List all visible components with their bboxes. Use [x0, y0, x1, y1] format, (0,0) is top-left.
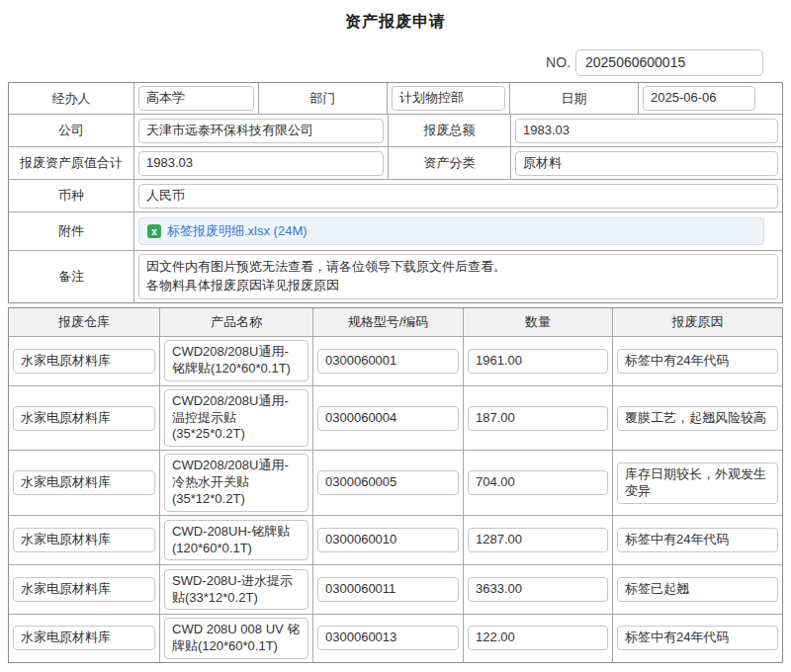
- reason-cell: 标签中有24年代码: [612, 337, 782, 385]
- spec-code-input[interactable]: 0300060010: [317, 528, 459, 552]
- product-cell: CWD208/208U通用-冷热水开关贴(35*12*0.2T): [159, 451, 312, 515]
- reason-input[interactable]: 标签中有24年代码: [617, 626, 778, 650]
- table-row: 水家电原材料库 CWD-208UH-铭牌贴(120*60*0.1T) 03000…: [9, 515, 782, 564]
- warehouse-input[interactable]: 水家电原材料库: [13, 626, 155, 650]
- reason-input[interactable]: 标签中有24年代码: [617, 349, 778, 374]
- detail-header-row: 报废仓库 产品名称 规格型号/编码 数量 报废原因: [9, 308, 782, 336]
- spec-code-cell: 0300060005: [312, 451, 463, 515]
- table-row: 报废资产原值合计 1983.03 资产分类 原材料: [9, 146, 782, 179]
- quantity-input[interactable]: 3633.00: [468, 577, 608, 602]
- currency-cell: 人民币: [133, 180, 782, 211]
- remark-label: 备注: [9, 251, 133, 302]
- currency-input[interactable]: 人民币: [138, 184, 778, 209]
- company-label: 公司: [9, 115, 133, 146]
- reason-cell: 标签中有24年代码: [612, 615, 782, 662]
- asset-scrap-application-page: 资产报废申请 NO. 2025060600015 经办人 高本学 部门 计划物控…: [0, 0, 791, 672]
- table-row: 备注 因文件内有图片预览无法查看，请各位领导下载原文件后查看。 各物料具体报废原…: [9, 250, 782, 302]
- table-row: 水家电原材料库 SWD-208U-进水提示贴(33*12*0.2T) 03000…: [9, 564, 782, 614]
- quantity-input[interactable]: 122.00: [468, 626, 608, 650]
- header-reason: 报废原因: [612, 308, 782, 336]
- reason-cell: 库存日期较长，外观发生变异: [612, 451, 782, 515]
- product-input[interactable]: CWD208/208U通用-冷热水开关贴(35*12*0.2T): [164, 454, 308, 512]
- header-product: 产品名称: [159, 308, 312, 336]
- spec-code-input[interactable]: 0300060011: [317, 577, 459, 602]
- quantity-cell: 1287.00: [463, 516, 612, 564]
- date-label: 日期: [509, 83, 638, 114]
- product-cell: CWD 208U 008 UV 铭牌贴(120*60*0.1T): [159, 615, 312, 662]
- original-value-input[interactable]: 1983.03: [138, 151, 384, 176]
- reason-cell: 覆膜工艺，起翘风险较高: [612, 386, 782, 451]
- company-cell: 天津市远泰环保科技有限公司: [133, 115, 388, 146]
- product-input[interactable]: CWD 208U 008 UV 铭牌贴(120*60*0.1T): [164, 618, 308, 659]
- product-input[interactable]: CWD208/208U通用-温控提示贴(35*25*0.2T): [164, 389, 308, 448]
- table-row: 水家电原材料库 CWD208/208U通用-冷热水开关贴(35*12*0.2T)…: [9, 450, 782, 515]
- product-cell: CWD-208UH-铭牌贴(120*60*0.1T): [159, 516, 312, 564]
- warehouse-input[interactable]: 水家电原材料库: [13, 470, 155, 495]
- quantity-input[interactable]: 1961.00: [468, 349, 608, 374]
- quantity-cell: 1961.00: [463, 337, 612, 385]
- warehouse-cell: 水家电原材料库: [9, 615, 159, 662]
- department-label: 部门: [258, 83, 387, 114]
- scrap-total-input[interactable]: 1983.03: [515, 119, 778, 143]
- asset-category-input[interactable]: 原材料: [515, 151, 778, 176]
- spec-code-input[interactable]: 0300060004: [317, 406, 459, 431]
- spec-code-input[interactable]: 0300060005: [317, 470, 459, 495]
- quantity-cell: 704.00: [463, 451, 612, 515]
- header-quantity: 数量: [463, 308, 612, 336]
- company-input[interactable]: 天津市远泰环保科技有限公司: [138, 119, 384, 143]
- excel-file-icon: x: [147, 224, 161, 238]
- product-cell: CWD208/208U通用-铭牌贴(120*60*0.1T): [159, 337, 312, 385]
- date-input[interactable]: 2025-06-06: [643, 86, 755, 111]
- warehouse-input[interactable]: 水家电原材料库: [13, 577, 155, 602]
- operator-label: 经办人: [9, 83, 133, 114]
- attachment-cell: x 标签报废明细.xlsx (24M): [133, 212, 782, 250]
- product-input[interactable]: SWD-208U-进水提示贴(33*12*0.2T): [164, 569, 308, 611]
- spec-code-input[interactable]: 0300060001: [317, 349, 459, 374]
- quantity-input[interactable]: 187.00: [468, 406, 608, 431]
- quantity-input[interactable]: 704.00: [468, 470, 608, 495]
- document-number-label: NO.: [546, 54, 571, 70]
- warehouse-input[interactable]: 水家电原材料库: [13, 349, 155, 374]
- scrap-detail-table: 报废仓库 产品名称 规格型号/编码 数量 报废原因 水家电原材料库 CWD208…: [8, 307, 783, 663]
- warehouse-input[interactable]: 水家电原材料库: [13, 406, 155, 431]
- reason-input[interactable]: 标签中有24年代码: [617, 528, 778, 552]
- product-input[interactable]: CWD-208UH-铭牌贴(120*60*0.1T): [164, 520, 308, 561]
- attachment-label: 附件: [9, 212, 133, 250]
- department-input[interactable]: 计划物控部: [392, 86, 505, 111]
- warehouse-cell: 水家电原材料库: [9, 386, 159, 451]
- remark-line-2: 各物料具体报废原因详见报废原因: [146, 277, 770, 295]
- remark-cell: 因文件内有图片预览无法查看，请各位领导下载原文件后查看。 各物料具体报废原因详见…: [133, 251, 782, 302]
- operator-cell: 高本学: [133, 83, 258, 114]
- reason-input[interactable]: 覆膜工艺，起翘风险较高: [617, 406, 778, 431]
- reason-input[interactable]: 标签已起翘: [617, 577, 778, 602]
- remark-input[interactable]: 因文件内有图片预览无法查看，请各位领导下载原文件后查看。 各物料具体报废原因详见…: [138, 254, 778, 299]
- spec-code-cell: 0300060004: [312, 386, 463, 451]
- quantity-input[interactable]: 1287.00: [468, 528, 608, 552]
- table-row: 经办人 高本学 部门 计划物控部 日期 2025-06-06: [9, 83, 782, 114]
- table-row: 水家电原材料库 CWD 208U 008 UV 铭牌贴(120*60*0.1T)…: [9, 614, 782, 662]
- warehouse-cell: 水家电原材料库: [9, 516, 159, 564]
- warehouse-cell: 水家电原材料库: [9, 565, 159, 614]
- reason-cell: 标签中有24年代码: [612, 516, 782, 564]
- reason-input[interactable]: 库存日期较长，外观发生变异: [617, 462, 778, 504]
- product-cell: SWD-208U-进水提示贴(33*12*0.2T): [159, 565, 312, 614]
- header-spec-code: 规格型号/编码: [312, 308, 463, 336]
- quantity-cell: 3633.00: [463, 565, 612, 614]
- document-number-input[interactable]: 2025060600015: [575, 49, 763, 76]
- spec-code-cell: 0300060010: [312, 516, 463, 564]
- reason-cell: 标签已起翘: [612, 565, 782, 614]
- table-row: 水家电原材料库 CWD208/208U通用-温控提示贴(35*25*0.2T) …: [9, 385, 782, 451]
- spec-code-input[interactable]: 0300060013: [317, 626, 459, 650]
- table-row: 币种 人民币: [9, 179, 782, 211]
- product-input[interactable]: CWD208/208U通用-铭牌贴(120*60*0.1T): [164, 340, 308, 381]
- original-value-cell: 1983.03: [133, 147, 388, 179]
- table-row: 附件 x 标签报废明细.xlsx (24M): [9, 211, 782, 250]
- attachment-file-link[interactable]: 标签报废明细.xlsx (24M): [167, 222, 308, 240]
- scrap-total-label: 报废总额: [388, 115, 510, 146]
- operator-input[interactable]: 高本学: [138, 86, 254, 111]
- spec-code-cell: 0300060011: [312, 565, 463, 614]
- application-form-table: 经办人 高本学 部门 计划物控部 日期 2025-06-06 公司 天津市远泰环…: [8, 82, 783, 303]
- warehouse-input[interactable]: 水家电原材料库: [13, 528, 155, 552]
- original-value-label: 报废资产原值合计: [9, 147, 133, 179]
- table-row: 水家电原材料库 CWD208/208U通用-铭牌贴(120*60*0.1T) 0…: [9, 336, 782, 385]
